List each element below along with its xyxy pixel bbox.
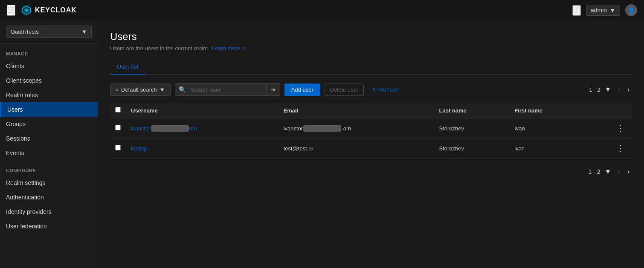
row1-email: ivanstorozhev@gmail.c.om [278,118,434,138]
sidebar-item-client-scopes[interactable]: Client scopes [0,73,98,88]
col-last-name: Last name [434,103,509,118]
table-body: ivanstorozhev@gmail.com ivanstorozhev@gm… [110,118,632,158]
users-table: Username Email Last name First name [110,103,632,158]
table-row: kudzip test@test.ru Storozhev ivan ⋮ [110,138,632,158]
col-actions [586,103,632,118]
admin-dropdown-icon: ▼ [609,7,615,14]
bottom-pagination-label: 1 - 2 [588,168,600,175]
external-link-icon: ↗ [241,45,246,52]
add-user-button[interactable]: Add user [284,84,320,96]
search-go-button[interactable]: ➔ [266,84,280,95]
row2-menu-button[interactable]: ⋮ [614,143,627,154]
refresh-icon: ↻ [372,86,377,93]
row2-username-link[interactable]: kudzip [131,145,147,152]
admin-menu-button[interactable]: admin ▼ [586,5,620,16]
refresh-button[interactable]: ↻ Refresh [368,84,403,95]
page-subtitle-text: Users are the users in the current realm… [110,45,209,52]
select-all-header [110,103,126,118]
topnav-right: ⓘ admin ▼ 👤 [572,4,637,16]
realm-dropdown-icon: ▼ [81,29,87,35]
sidebar-item-sessions[interactable]: Sessions [0,131,98,146]
next-page-button[interactable]: › [625,85,632,94]
items-per-page-dropdown[interactable]: ▼ [602,85,614,94]
row1-username: ivanstorozhev@gmail.com [126,118,278,138]
select-all-checkbox[interactable] [115,107,121,112]
help-icon[interactable]: ⓘ [572,5,581,16]
topnav-left: ☰ KEYCLOAK [7,4,77,16]
topnav: ☰ KEYCLOAK ⓘ admin ▼ 👤 [0,0,644,20]
sidebar-item-user-federation[interactable]: User federation [0,219,98,233]
search-input[interactable] [189,84,266,95]
page-subtitle: Users are the users in the current realm… [110,45,632,52]
table-header: Username Email Last name First name [110,103,632,118]
pagination-info: 1 - 2 ▼ ‹ › [589,85,632,94]
col-username: Username [126,103,278,118]
row2-checkbox[interactable] [115,145,121,150]
bottom-prev-page[interactable]: ‹ [615,167,623,176]
sidebar-item-groups[interactable]: Groups [0,117,98,131]
toolbar: ▿ Default search ▼ 🔍 ➔ Add user Delete u… [110,83,632,96]
row2-checkbox-cell [110,138,126,158]
row2-firstname: ivan [509,138,586,158]
sidebar: OauthTests ▼ Manage Clients Client scope… [0,20,98,268]
delete-user-button[interactable]: Delete user [325,84,364,96]
row1-lastname: Storozhev [434,118,509,138]
col-first-name: First name [509,103,586,118]
pagination-label: 1 - 2 [589,86,600,93]
search-icon: 🔍 [175,84,189,95]
row1-checkbox-cell [110,118,126,138]
realm-selector[interactable]: OauthTests ▼ [0,20,98,43]
realm-select-button[interactable]: OauthTests ▼ [6,26,92,38]
filter-label: Default search [121,86,157,93]
sidebar-item-identity-providers[interactable]: Identity providers [0,205,98,219]
row2-actions: ⋮ [586,138,632,158]
tabs: User list [110,60,632,75]
row2-email: test@test.ru [278,138,434,158]
row2-lastname: Storozhev [434,138,509,158]
learn-more-link[interactable]: Learn more ↗ [212,45,246,52]
keycloak-logo-icon [20,4,32,16]
row1-firstname: Ivan [509,118,586,138]
admin-label: admin [591,7,607,14]
prev-page-button[interactable]: ‹ [615,85,623,94]
row1-checkbox[interactable] [115,125,121,130]
sidebar-item-users[interactable]: Users [0,102,98,117]
filter-chevron-icon: ▼ [160,86,165,93]
configure-section-label: Configure [0,160,98,176]
logo: KEYCLOAK [20,4,77,16]
logo-text: KEYCLOAK [35,6,77,14]
manage-section-label: Manage [0,43,98,59]
bottom-pagination: 1 - 2 ▼ ‹ › [110,164,632,180]
filter-icon: ▿ [116,86,119,93]
sidebar-item-events[interactable]: Events [0,146,98,160]
sidebar-item-clients[interactable]: Clients [0,59,98,73]
table-row: ivanstorozhev@gmail.com ivanstorozhev@gm… [110,118,632,138]
sidebar-item-realm-settings[interactable]: Realm settings [0,176,98,190]
page-title: Users [110,31,632,43]
row2-username: kudzip [126,138,278,158]
row1-menu-button[interactable]: ⋮ [614,123,627,134]
tab-user-list[interactable]: User list [110,60,145,75]
realm-name: OauthTests [11,29,39,35]
learn-more-label: Learn more [212,45,240,52]
avatar[interactable]: 👤 [625,4,637,16]
layout: OauthTests ▼ Manage Clients Client scope… [0,20,644,268]
bottom-items-per-page[interactable]: ▼ [602,167,614,176]
sidebar-item-authentication[interactable]: Authentication [0,190,98,205]
search-wrap: 🔍 ➔ [175,83,280,96]
filter-dropdown-button[interactable]: ▿ Default search ▼ [110,84,171,96]
row1-username-link[interactable]: ivanstorozhev@gmail.com [131,125,197,132]
row1-actions: ⋮ [586,118,632,138]
bottom-next-page[interactable]: › [625,167,632,176]
sidebar-item-realm-roles[interactable]: Realm roles [0,88,98,102]
svg-point-3 [25,9,28,12]
col-email: Email [278,103,434,118]
hamburger-menu[interactable]: ☰ [7,5,15,16]
main-content: Users Users are the users in the current… [98,20,644,268]
